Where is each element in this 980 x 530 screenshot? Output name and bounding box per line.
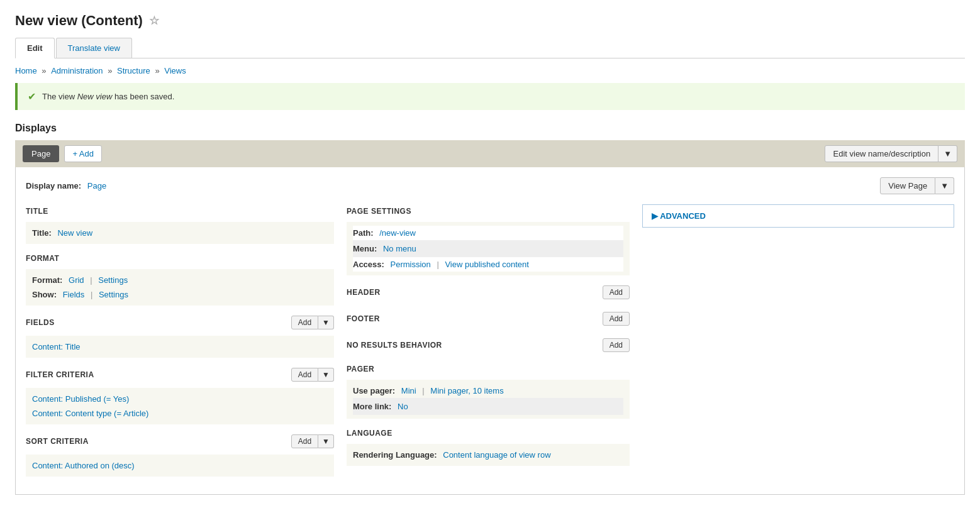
page-title: New view (Content) ☆ [15,13,965,29]
header-add-button[interactable]: Add [603,285,630,299]
no-results-heading: NO RESULTS BEHAVIOR Add [347,336,630,355]
edit-view-group: Edit view name/description ▼ [825,145,957,162]
fields-add-dropdown[interactable]: ▼ [318,316,334,329]
sep1: » [42,66,48,75]
sort-add-button[interactable]: Add [291,434,318,448]
sep3: » [155,66,162,75]
path-row: Path: /new-view [353,226,623,240]
show-settings[interactable]: Settings [99,290,128,299]
menu-value[interactable]: No menu [383,244,416,253]
access-row: Access: Permission | View published cont… [353,257,623,272]
filter-heading: FILTER CRITERIA Add ▼ [26,365,334,384]
view-page-dropdown[interactable]: ▼ [935,177,954,194]
fields-heading: FIELDS Add ▼ [26,313,334,332]
fields-add-button[interactable]: Add [291,316,318,329]
no-results-add-button[interactable]: Add [603,338,630,352]
star-icon[interactable]: ☆ [149,14,159,28]
tab-bar: Edit Translate view [15,38,965,58]
display-name-info: Display name: Page [26,181,106,190]
view-page-button[interactable]: View Page [880,177,935,194]
edit-view-dropdown[interactable]: ▼ [938,145,957,162]
breadcrumb: Home » Administration » Structure » View… [15,66,965,75]
language-heading: LANGUAGE [347,426,630,440]
menu-row: Menu: No menu [353,240,623,257]
title-content: Title: New view [26,222,334,244]
display-panel: Display name: Page View Page ▼ TITLE [15,167,965,495]
advanced-section: ▶ ADVANCED [642,204,954,228]
sort-add-group: Add ▼ [291,434,334,448]
tab-translate[interactable]: Translate view [56,38,132,58]
format-content: Format: Grid | Settings Show: Fields | S… [26,269,334,306]
sort-heading: SORT CRITERIA Add ▼ [26,432,334,451]
format-row: Format: Grid | Settings [32,273,328,287]
breadcrumb-home[interactable]: Home [15,66,37,75]
filter-item-0: Content: Published (= Yes) [32,392,328,406]
footer-add-button[interactable]: Add [603,312,630,326]
page-button[interactable]: Page [23,145,59,162]
content-title-link[interactable]: Content: Title [32,342,81,351]
advanced-label: ▶ ADVANCED [652,211,706,221]
filter-add-dropdown[interactable]: ▼ [318,368,334,382]
access-view-published[interactable]: View published content [445,260,528,269]
title-section: TITLE Title: New view [26,204,334,244]
no-results-section: NO RESULTS BEHAVIOR Add [347,336,630,355]
filter-published[interactable]: Content: Published (= Yes) [32,394,129,404]
page-settings-section: PAGE SETTINGS Path: /new-view Menu: No m… [347,204,630,275]
sort-content: Content: Authored on (desc) [26,455,334,477]
breadcrumb-structure[interactable]: Structure [117,66,150,75]
display-name-row: Display name: Page View Page ▼ [26,177,954,194]
format-value[interactable]: Grid [69,275,84,285]
pager-items[interactable]: Mini pager, 10 items [430,386,503,395]
sort-section: SORT CRITERIA Add ▼ Content: Authored on… [26,432,334,477]
more-link-value[interactable]: No [398,402,408,411]
breadcrumb-administration[interactable]: Administration [51,66,103,75]
page-settings-content: Path: /new-view Menu: No menu Access: Pe… [347,222,630,275]
header-section: HEADER Add [347,283,630,302]
title-value[interactable]: New view [57,228,92,238]
access-permission[interactable]: Permission [391,260,431,269]
page-settings-heading: PAGE SETTINGS [347,204,630,218]
filter-add-group: Add ▼ [291,368,334,382]
display-name-value: Page [87,181,106,190]
pager-heading: PAGER [347,362,630,376]
format-settings[interactable]: Settings [98,275,128,285]
filter-content: Content: Published (= Yes) Content: Cont… [26,388,334,424]
fields-content: Content: Title [26,336,334,358]
more-link-row: More link: No [353,398,623,415]
displays-toolbar: Page + Add Edit view name/description ▼ [15,140,965,167]
status-message: ✔ The view New view has been saved. [15,83,965,110]
use-pager-row: Use pager: Mini | Mini pager, 10 items [353,384,623,398]
status-text: The view New view has been saved. [42,92,174,101]
toolbar-left: Page + Add [23,145,102,162]
path-value[interactable]: /new-view [379,228,416,238]
filter-content-type[interactable]: Content: Content type (= Article) [32,409,148,418]
pager-content: Use pager: Mini | Mini pager, 10 items M… [347,380,630,419]
filter-item-1: Content: Content type (= Article) [32,406,328,421]
columns-container: TITLE Title: New view FORMAT [26,204,954,484]
advanced-toggle[interactable]: ▶ ADVANCED [652,211,945,221]
middle-column: PAGE SETTINGS Path: /new-view Menu: No m… [347,204,630,473]
add-button[interactable]: + Add [64,145,102,162]
fields-add-group: Add ▼ [291,316,334,329]
sort-item-0: Content: Authored on (desc) [32,458,328,473]
format-heading: FORMAT [26,251,334,265]
filter-add-button[interactable]: Add [291,368,318,382]
title-heading: TITLE [26,204,334,218]
title-text: New view (Content) [15,13,143,29]
sort-add-dropdown[interactable]: ▼ [318,434,334,448]
check-icon: ✔ [28,91,36,102]
pager-section: PAGER Use pager: Mini | Mini pager, 10 i… [347,362,630,419]
use-pager-value[interactable]: Mini [401,386,416,395]
fields-item: Content: Title [32,340,328,354]
sep2: » [108,66,114,75]
show-row: Show: Fields | Settings [32,287,328,302]
format-section: FORMAT Format: Grid | Settings Show: Fie… [26,251,334,306]
rendering-value[interactable]: Content language of view row [443,450,550,460]
breadcrumb-views[interactable]: Views [164,66,186,75]
sort-authored[interactable]: Content: Authored on (desc) [32,461,135,470]
footer-section: FOOTER Add [347,309,630,328]
title-row: Title: New view [32,226,328,240]
edit-view-button[interactable]: Edit view name/description [825,145,938,162]
tab-edit[interactable]: Edit [15,38,55,58]
show-value[interactable]: Fields [63,290,85,299]
